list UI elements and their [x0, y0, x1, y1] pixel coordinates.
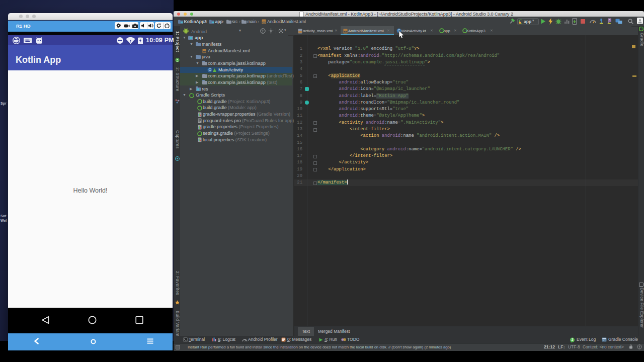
svg-text:2: 2	[572, 338, 574, 341]
svg-text:C: C	[208, 68, 211, 71]
svg-text:<>: <>	[345, 31, 347, 33]
